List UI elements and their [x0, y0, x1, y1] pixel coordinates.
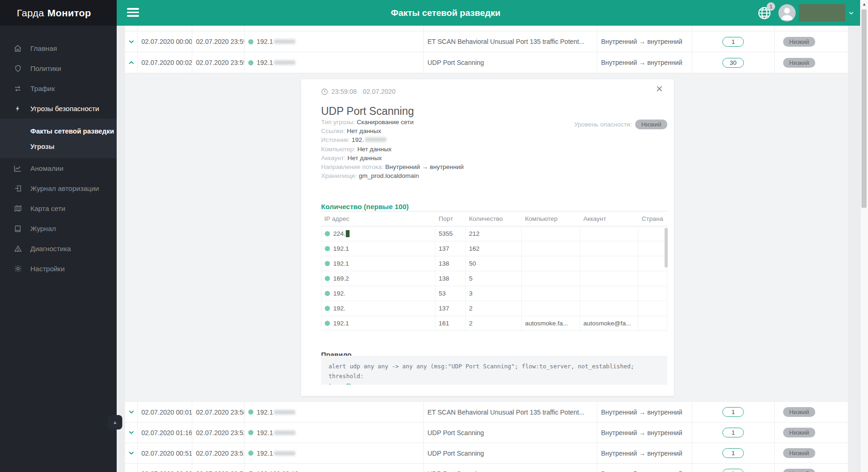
show-full-rule-link[interactable]: Показать правило полностью	[346, 382, 433, 385]
col-ip: IP адрес	[321, 211, 435, 226]
sidebar-item-security-threats[interactable]: Угрозы безопасности	[0, 99, 117, 119]
severity-badge: Низкий	[783, 37, 815, 47]
counts-row: 224. 5355 212	[321, 226, 667, 241]
detail-date: 02.07.2020	[363, 88, 396, 95]
sidebar-item-journal[interactable]: Журнал	[0, 218, 117, 239]
avatar[interactable]	[778, 4, 796, 21]
table-row-clipped-bottom[interactable]: 02.07.2020 00:00:04 02.07.2020 23:51:03 …	[125, 464, 848, 472]
expand-chevron-down-icon[interactable]	[125, 423, 138, 443]
clock-icon	[321, 88, 328, 95]
sidebar-item-label: Карта сети	[30, 204, 65, 212]
signin-icon	[13, 184, 22, 193]
close-icon[interactable]: ✕	[653, 84, 666, 94]
table-row[interactable]: 02.07.2020 01:16:24 02.07.2020 23:52:29 …	[125, 423, 848, 443]
scrollbar-up-arrow[interactable]: ▲	[861, 2, 868, 7]
app-root: Гарда Монитор Главная Политики Трафик Уг…	[0, 0, 868, 472]
flow-direction: Внутренний → внутренний	[597, 423, 692, 443]
user-menu[interactable]	[799, 4, 857, 21]
counts-table: IP адрес Порт Количество Компьютер Аккау…	[321, 211, 667, 331]
detail-time: 23:59:08	[331, 88, 357, 95]
sidebar-item-diagnostics[interactable]: Диагностика	[0, 239, 117, 259]
start-time: 02.07.2020 00:02:45	[138, 52, 192, 73]
expand-chevron-down-icon[interactable]	[125, 402, 138, 422]
end-time: 02.07.2020 23:59:08	[192, 52, 245, 73]
scroll-to-top-button[interactable]: ▲	[108, 415, 122, 430]
page-title: Факты сетевой разведки	[117, 0, 775, 26]
status-dot-icon	[325, 291, 330, 296]
table-row[interactable]: 02.07.2020 00:01:05 02.07.2020 23:58:45 …	[125, 402, 848, 423]
sidebar-item-settings[interactable]: Настройки	[0, 259, 117, 279]
brand-name-light: Гарда	[17, 7, 44, 19]
count-badge: 1	[722, 407, 744, 417]
counts-row: 192. 137 2	[321, 301, 667, 316]
ip-redaction	[274, 451, 295, 456]
expand-chevron-down-icon[interactable]	[125, 464, 138, 472]
threat-name: ET SCAN Behavioral Unusual Port 135 traf…	[424, 31, 597, 52]
col-computer: Компьютер	[522, 211, 580, 226]
source-ip: 192.1	[245, 423, 424, 443]
sidebar-item-label: Главная	[30, 44, 57, 52]
severity-label: Уровень опасности:	[574, 121, 632, 128]
expand-chevron-down-icon[interactable]	[125, 443, 138, 463]
table-row[interactable]: 02.07.2020 00:51:00 02.07.2020 23:51:40 …	[125, 443, 848, 464]
collapse-chevron-up-icon[interactable]	[125, 52, 138, 73]
counts-row: 169.2 138 5	[321, 271, 667, 286]
status-dot-icon	[325, 261, 330, 266]
expand-chevron-down-icon[interactable]	[125, 31, 138, 52]
sidebar-item-traffic[interactable]: Трафик	[0, 78, 117, 99]
sidebar-item-auth-log[interactable]: Журнал авторизации	[0, 178, 117, 198]
triangle-up-icon: ▲	[113, 420, 118, 425]
start-time: 02.07.2020 00:00:26	[138, 31, 192, 52]
sidebar-item-network-map[interactable]: Карта сети	[0, 198, 117, 218]
sidebar-item-home[interactable]: Главная	[0, 38, 117, 58]
status-dot-icon	[325, 321, 330, 326]
sidebar-item-label: Трафик	[30, 85, 55, 92]
severity-line: Уровень опасности: Низкий	[574, 120, 667, 129]
threat-name: UDP Port Scanning	[424, 423, 597, 443]
sidebar-item-label: Журнал	[30, 225, 56, 232]
scrollbar-thumb[interactable]	[861, 9, 867, 208]
source-ip: 192.168.23.10	[245, 464, 424, 472]
end-time: 02.07.2020 23:51:40	[192, 443, 245, 463]
severity-badge: Низкий	[783, 407, 815, 417]
table-row-expanded[interactable]: 02.07.2020 00:02:45 02.07.2020 23:59:08 …	[125, 52, 848, 73]
count-badge: 1	[722, 448, 744, 458]
sidebar-item-network-recon-facts[interactable]: Факты сетевой разведки	[0, 123, 117, 139]
events-table: 02.07.2020 00:00:26 02.07.2020 23:59:15 …	[125, 26, 848, 472]
field-source: Источник:192.	[321, 135, 464, 144]
traffic-icon	[13, 84, 22, 93]
flow-direction: Внутренний → внутренний	[597, 52, 692, 73]
sidebar-item-policies[interactable]: Политики	[0, 58, 117, 78]
field-account: Аккаунт:Нет данных	[321, 154, 464, 162]
threat-name: UDP Port Scanning	[424, 52, 597, 73]
sidebar-item-label: Политики	[30, 64, 61, 72]
status-dot-icon	[248, 430, 253, 435]
detail-timestamp: 23:59:08 02.07.2020	[321, 88, 396, 95]
sidebar-item-label: Диагностика	[30, 245, 71, 253]
rule-box: alert udp any any -> any any (msg:"UDP P…	[321, 356, 667, 385]
gear-icon	[13, 264, 22, 274]
chart-icon	[13, 164, 22, 173]
count-badge: 1	[722, 469, 744, 472]
user-name-redacted	[799, 4, 845, 21]
inner-table-scrollbar-thumb[interactable]	[665, 228, 668, 268]
table-row[interactable]: 02.07.2020 00:00:26 02.07.2020 23:59:15 …	[125, 31, 848, 52]
status-dot-icon	[248, 39, 253, 44]
flow-direction: Внутренний → внутренний	[597, 31, 692, 52]
sidebar-item-anomalies[interactable]: Аномалии	[0, 158, 117, 178]
severity-badge: Низкий	[635, 120, 667, 129]
counts-table-header: IP адрес Порт Количество Компьютер Аккау…	[321, 211, 667, 226]
counts-row: 192.1 138 50	[321, 256, 667, 271]
status-dot-icon	[325, 276, 330, 281]
severity-badge: Низкий	[783, 428, 815, 437]
threat-name: UDP Port Scanning	[424, 464, 597, 472]
col-account: Аккаунт	[580, 211, 638, 226]
ip-redaction	[365, 137, 386, 142]
severity-badge: Низкий	[783, 448, 815, 458]
flow-direction: Внутренний → внутренний	[597, 464, 692, 472]
source-ip: 192.1	[245, 31, 424, 52]
status-dot-icon	[248, 60, 253, 65]
end-time: 02.07.2020 23:52:29	[192, 423, 245, 443]
sidebar-item-threats[interactable]: Угрозы	[0, 139, 117, 154]
page-scrollbar[interactable]: ▲	[860, 0, 868, 472]
